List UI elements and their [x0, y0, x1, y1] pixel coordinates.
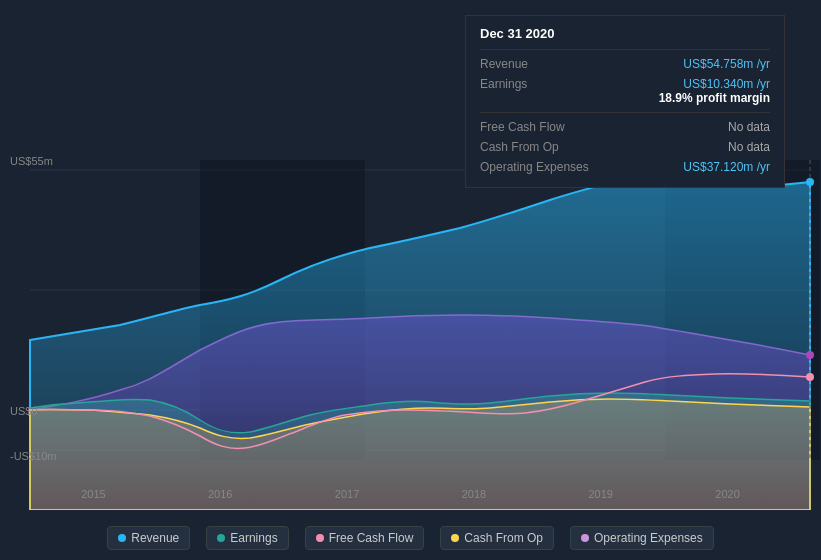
tooltip-row-opex: Operating Expenses US$37.120m /yr [480, 157, 770, 177]
x-label-2020: 2020 [715, 488, 739, 500]
legend-earnings[interactable]: Earnings [206, 526, 288, 550]
svg-point-9 [806, 373, 814, 381]
y-label-bottom: -US$10m [10, 450, 56, 462]
tooltip-date: Dec 31 2020 [480, 26, 770, 41]
legend-label-earnings: Earnings [230, 531, 277, 545]
legend-opex[interactable]: Operating Expenses [570, 526, 714, 550]
y-label-zero: US$0 [10, 405, 38, 417]
x-label-2019: 2019 [588, 488, 612, 500]
chart-container: US$55m US$0 -US$10m 2015 2016 2017 2018 … [0, 0, 821, 560]
legend-label-cashfromop: Cash From Op [464, 531, 543, 545]
tooltip-value-opex: US$37.120m /yr [683, 160, 770, 174]
legend-dot-fcf [316, 534, 324, 542]
tooltip-label-opex: Operating Expenses [480, 160, 610, 174]
tooltip-label-earnings: Earnings [480, 77, 610, 91]
tooltip-row-revenue: Revenue US$54.758m /yr [480, 54, 770, 74]
legend-dot-cashfromop [451, 534, 459, 542]
tooltip-value-revenue: US$54.758m /yr [683, 57, 770, 71]
y-label-top: US$55m [10, 155, 53, 167]
tooltip-profit-margin: 18.9% profit margin [659, 91, 770, 105]
legend-dot-revenue [118, 534, 126, 542]
tooltip-label-cashfromop: Cash From Op [480, 140, 610, 154]
svg-point-8 [806, 351, 814, 359]
tooltip-value-earnings: US$10.340m /yr [659, 77, 770, 91]
svg-point-7 [806, 178, 814, 186]
tooltip-label-fcf: Free Cash Flow [480, 120, 610, 134]
data-tooltip: Dec 31 2020 Revenue US$54.758m /yr Earni… [465, 15, 785, 188]
x-label-2015: 2015 [81, 488, 105, 500]
legend-dot-earnings [217, 534, 225, 542]
legend-label-opex: Operating Expenses [594, 531, 703, 545]
x-axis-labels: 2015 2016 2017 2018 2019 2020 [0, 488, 821, 500]
tooltip-value-cashfromop: No data [728, 140, 770, 154]
legend-fcf[interactable]: Free Cash Flow [305, 526, 425, 550]
legend-label-revenue: Revenue [131, 531, 179, 545]
tooltip-row-cashfromop: Cash From Op No data [480, 137, 770, 157]
legend-revenue[interactable]: Revenue [107, 526, 190, 550]
tooltip-row-earnings: Earnings US$10.340m /yr 18.9% profit mar… [480, 74, 770, 108]
legend-label-fcf: Free Cash Flow [329, 531, 414, 545]
x-label-2016: 2016 [208, 488, 232, 500]
chart-legend: Revenue Earnings Free Cash Flow Cash Fro… [0, 526, 821, 550]
tooltip-value-fcf: No data [728, 120, 770, 134]
x-label-2018: 2018 [462, 488, 486, 500]
tooltip-label-revenue: Revenue [480, 57, 610, 71]
x-label-2017: 2017 [335, 488, 359, 500]
tooltip-row-fcf: Free Cash Flow No data [480, 117, 770, 137]
legend-cashfromop[interactable]: Cash From Op [440, 526, 554, 550]
legend-dot-opex [581, 534, 589, 542]
